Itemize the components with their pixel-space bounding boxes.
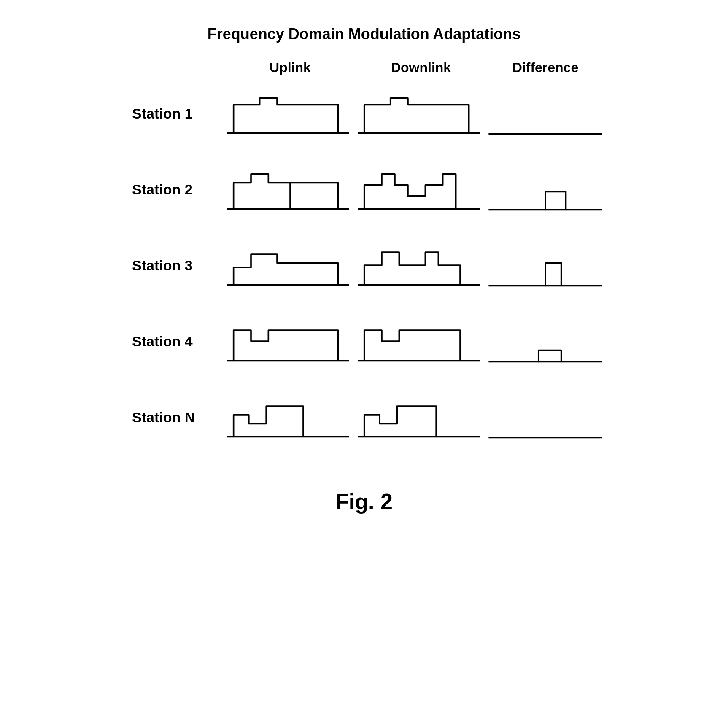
station-n-downlink-svg	[356, 388, 486, 447]
station-1-uplink-svg	[225, 84, 356, 143]
station-3-difference-svg	[486, 236, 604, 295]
station-3-label: Station 3	[132, 257, 225, 274]
difference-header: Difference	[486, 60, 604, 75]
station-4-uplink-svg	[225, 312, 356, 371]
station-1-label: Station 1	[132, 105, 225, 122]
diagram-container: Uplink Downlink Difference Station 1	[132, 60, 596, 464]
header-row: Uplink Downlink Difference	[132, 60, 596, 75]
station-1-uplink	[225, 84, 356, 143]
station-4-downlink	[356, 312, 486, 371]
station-4-difference	[486, 312, 604, 371]
station-4-downlink-svg	[356, 312, 486, 371]
station-2-label: Station 2	[132, 181, 225, 198]
station-row-n: Station N	[132, 388, 596, 447]
station-2-difference-svg	[486, 160, 604, 219]
page-title: Frequency Domain Modulation Adaptations	[208, 25, 521, 43]
station-n-difference-svg	[486, 388, 604, 447]
station-4-uplink	[225, 312, 356, 371]
uplink-header: Uplink	[225, 60, 356, 75]
station-2-uplink	[225, 160, 356, 219]
station-2-uplink-svg	[225, 160, 356, 219]
station-1-downlink-svg	[356, 84, 486, 143]
station-n-label: Station N	[132, 409, 225, 426]
station-row-2: Station 2	[132, 160, 596, 219]
station-4-label: Station 4	[132, 333, 225, 350]
station-n-downlink	[356, 388, 486, 447]
station-3-difference	[486, 236, 604, 295]
station-row-3: Station 3	[132, 236, 596, 295]
station-1-difference-svg	[486, 84, 604, 143]
station-3-uplink-svg	[225, 236, 356, 295]
station-n-uplink-svg	[225, 388, 356, 447]
station-row-1: Station 1	[132, 84, 596, 143]
station-row-4: Station 4	[132, 312, 596, 371]
station-1-downlink	[356, 84, 486, 143]
station-2-difference	[486, 160, 604, 219]
station-2-downlink	[356, 160, 486, 219]
station-4-difference-svg	[486, 312, 604, 371]
station-3-downlink	[356, 236, 486, 295]
station-3-uplink	[225, 236, 356, 295]
figure-label: Fig. 2	[335, 489, 393, 514]
downlink-header: Downlink	[356, 60, 486, 75]
station-n-difference	[486, 388, 604, 447]
station-3-downlink-svg	[356, 236, 486, 295]
station-2-downlink-svg	[356, 160, 486, 219]
station-1-difference	[486, 84, 604, 143]
station-n-uplink	[225, 388, 356, 447]
